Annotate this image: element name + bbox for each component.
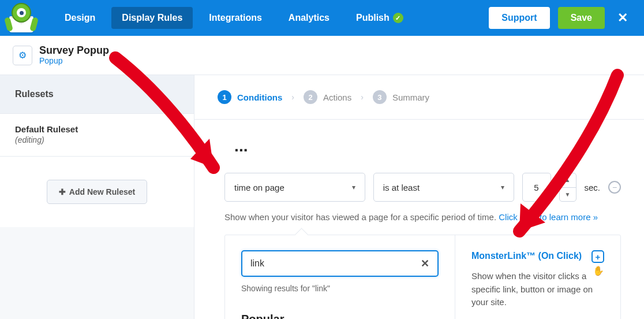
ruleset-editing-label: (editing) — [15, 135, 179, 144]
search-input[interactable] — [250, 258, 421, 269]
seconds-input[interactable]: 5 — [522, 173, 551, 202]
nav-design[interactable]: Design — [54, 7, 106, 29]
nav-integrations[interactable]: Integrations — [199, 7, 272, 29]
heading-tail: ... — [234, 137, 248, 155]
step-number-3: 3 — [373, 90, 387, 104]
search-box[interactable]: ✕ — [241, 250, 439, 277]
learn-more-link[interactable]: Click here to learn more » — [499, 212, 598, 222]
monsterlink-title: MonsterLink™ (On Click) — [471, 250, 582, 262]
select-value: time on page — [234, 183, 284, 192]
number-spinner: ▲ ▼ — [559, 173, 576, 202]
ruleset-title: Default Ruleset — [15, 124, 179, 134]
step-actions[interactable]: 2 Actions — [304, 90, 351, 104]
step-summary[interactable]: 3 Summary — [373, 90, 429, 104]
nav-publish-label: Publish — [356, 13, 390, 23]
campaign-type: Popup — [39, 56, 109, 65]
step-number-1: 1 — [218, 90, 231, 104]
main-content: 1 Conditions › 2 Actions › 3 Summary If.… — [194, 75, 644, 319]
clear-search-icon[interactable]: ✕ — [421, 257, 429, 270]
rule-row: time on page ▾ is at least ▾ 5 ▲ ▼ sec. … — [224, 173, 621, 202]
add-condition-button[interactable]: + — [591, 250, 604, 263]
results-for-label: Showing results for "link" — [241, 284, 439, 293]
monsterlink-description: Show when the visitor clicks a specific … — [471, 270, 604, 309]
step-indicator: 1 Conditions › 2 Actions › 3 Summary — [194, 75, 644, 120]
remove-rule-icon[interactable]: − — [608, 181, 621, 194]
section-heading: If... — [224, 137, 621, 155]
close-icon[interactable]: ✕ — [613, 10, 632, 25]
spinner-up[interactable]: ▲ — [560, 173, 576, 188]
step-label-conditions: Conditions — [237, 92, 282, 102]
chevron-right-icon: › — [291, 92, 294, 102]
nav-analytics[interactable]: Analytics — [278, 7, 340, 29]
spinner-down[interactable]: ▼ — [560, 188, 576, 202]
popular-heading: Popular — [241, 313, 439, 319]
chevron-down-icon: ▾ — [352, 183, 355, 191]
sidebar: Rulesets Default Ruleset (editing) ✚ Add… — [0, 75, 194, 319]
save-button[interactable]: Save — [558, 7, 605, 29]
nav-publish[interactable]: Publish ✓ — [346, 7, 414, 29]
step-conditions[interactable]: 1 Conditions — [218, 90, 282, 104]
step-label-summary: Summary — [392, 92, 429, 102]
condition-operator-select[interactable]: is at least ▾ — [373, 173, 514, 202]
condition-dropdown-panel: ✕ Showing results for "link" Popular Mon… — [224, 235, 621, 319]
chevron-right-icon: › — [361, 92, 364, 102]
seconds-label: sec. — [585, 183, 601, 192]
nav-right: Support Save ✕ — [489, 7, 632, 29]
add-ruleset-button[interactable]: ✚ Add New Ruleset — [47, 180, 147, 204]
hint-text: Show when your visitor has viewed a page… — [224, 212, 499, 222]
check-icon: ✓ — [393, 13, 403, 23]
dropdown-detail-pane: MonsterLink™ (On Click) + ✋ Show when th… — [455, 235, 620, 319]
add-ruleset-label: Add New Ruleset — [69, 187, 135, 196]
chevron-down-icon: ▾ — [501, 183, 504, 191]
support-button[interactable]: Support — [489, 7, 549, 29]
campaign-title: Survey Popup — [39, 45, 109, 57]
app-logo — [6, 2, 37, 34]
ruleset-item[interactable]: Default Ruleset (editing) — [0, 114, 194, 157]
plus-icon: ✚ — [59, 187, 66, 196]
step-number-2: 2 — [304, 90, 317, 104]
rule-hint: Show when your visitor has viewed a page… — [224, 212, 621, 222]
gear-icon[interactable]: ⚙ — [13, 46, 32, 65]
top-nav-bar: Design Display Rules Integrations Analyt… — [0, 0, 644, 36]
primary-nav: Design Display Rules Integrations Analyt… — [54, 7, 414, 29]
campaign-header: ⚙ Survey Popup Popup — [0, 36, 644, 75]
step-label-actions: Actions — [323, 92, 351, 102]
cursor-icon: ✋ — [593, 265, 604, 276]
condition-type-select[interactable]: time on page ▾ — [224, 173, 365, 202]
select-value: is at least — [383, 183, 420, 192]
dropdown-search-pane: ✕ Showing results for "link" Popular — [225, 235, 455, 319]
sidebar-heading: Rulesets — [0, 75, 194, 114]
nav-display-rules[interactable]: Display Rules — [111, 7, 193, 29]
